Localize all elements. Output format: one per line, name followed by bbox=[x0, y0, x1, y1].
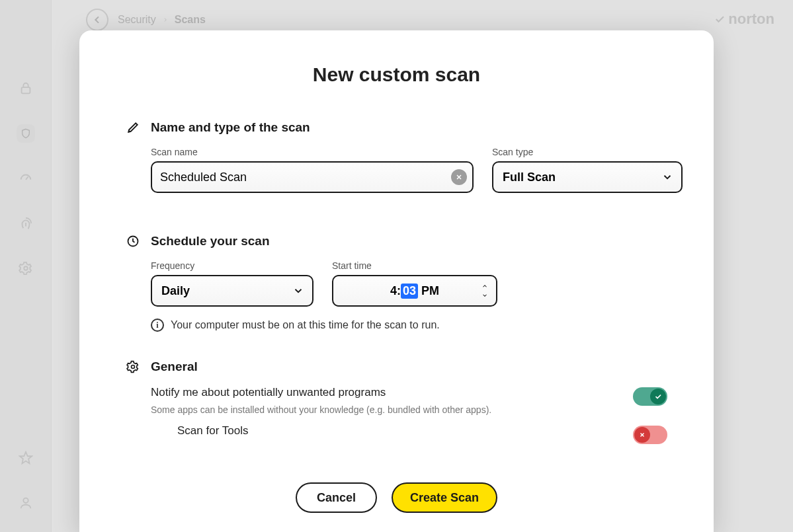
frequency-value: Daily bbox=[161, 284, 190, 298]
info-icon: i bbox=[151, 319, 164, 332]
schedule-info-text: Your computer must be on at this time fo… bbox=[171, 319, 440, 331]
toggle-knob-check-icon bbox=[650, 389, 666, 404]
modal-body: Name and type of the scan Scan name Scan… bbox=[79, 120, 714, 463]
scan-tools-label: Scan for Tools bbox=[177, 424, 620, 437]
time-period: PM bbox=[421, 284, 439, 298]
scan-type-select[interactable]: Full Scan bbox=[492, 161, 683, 193]
time-minute[interactable]: 03 bbox=[401, 284, 418, 299]
section-name-type-head: Name and type of the scan bbox=[126, 120, 667, 135]
create-scan-button[interactable]: Create Scan bbox=[392, 482, 497, 513]
clock-icon bbox=[126, 234, 140, 248]
scan-type-label: Scan type bbox=[492, 147, 683, 157]
time-hour: 4 bbox=[390, 284, 397, 298]
chevron-down-icon bbox=[661, 171, 673, 183]
clear-input-icon[interactable] bbox=[451, 169, 467, 185]
section-name-type-title: Name and type of the scan bbox=[151, 120, 310, 135]
stepper-up-icon[interactable] bbox=[480, 282, 489, 291]
scan-type-value: Full Scan bbox=[503, 171, 556, 184]
pup-sublabel: Some apps can be installed without your … bbox=[151, 404, 620, 415]
scan-name-input[interactable] bbox=[151, 161, 474, 193]
section-schedule-title: Schedule your scan bbox=[151, 234, 270, 248]
time-steppers bbox=[480, 282, 489, 300]
section-general-head: General bbox=[126, 360, 667, 374]
scan-name-label: Scan name bbox=[151, 147, 474, 157]
new-custom-scan-modal: New custom scan Name and type of the sca… bbox=[79, 30, 714, 532]
schedule-info: i Your computer must be on at this time … bbox=[126, 319, 667, 332]
option-notify-pup: Notify me about potentially unwanted pro… bbox=[126, 386, 667, 415]
gear-icon bbox=[126, 360, 140, 374]
chevron-down-icon bbox=[292, 285, 304, 297]
pup-toggle[interactable] bbox=[633, 387, 667, 406]
start-time-input[interactable]: 4:03 PM bbox=[332, 275, 497, 307]
pup-label: Notify me about potentially unwanted pro… bbox=[151, 386, 620, 399]
start-time-label: Start time bbox=[332, 260, 497, 271]
modal-footer: Cancel Create Scan bbox=[79, 463, 714, 532]
section-schedule-head: Schedule your scan bbox=[126, 234, 667, 248]
stepper-down-icon[interactable] bbox=[480, 291, 489, 300]
toggle-knob-x-icon bbox=[634, 427, 650, 443]
section-general-title: General bbox=[151, 360, 198, 374]
cancel-button[interactable]: Cancel bbox=[296, 482, 377, 513]
svg-point-4 bbox=[132, 365, 135, 369]
frequency-select[interactable]: Daily bbox=[151, 275, 313, 307]
modal-title: New custom scan bbox=[79, 63, 714, 86]
scan-tools-toggle[interactable] bbox=[633, 426, 667, 444]
frequency-label: Frequency bbox=[151, 260, 313, 271]
pencil-icon bbox=[126, 120, 140, 135]
option-scan-tools: Scan for Tools bbox=[126, 424, 667, 444]
